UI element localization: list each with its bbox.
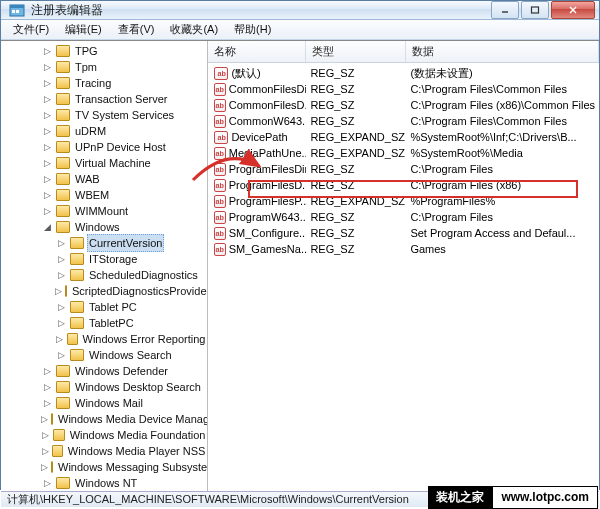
value-row[interactable]: abSM_Configure...REG_SZSet Program Acces… [208,225,599,241]
tree-node-tracing[interactable]: ▷Tracing [1,75,207,91]
col-name[interactable]: 名称 [208,41,306,62]
value-row[interactable]: abCommonW643...REG_SZC:\Program Files\Co… [208,113,599,129]
value-row[interactable]: abProgramW643...REG_SZC:\Program Files [208,209,599,225]
tree-node-tpg[interactable]: ▷TPG [1,43,207,59]
expander-icon[interactable]: ▷ [55,333,64,345]
col-data[interactable]: 数据 [406,41,599,62]
folder-icon [65,285,67,297]
menu-item-2[interactable]: 查看(V) [110,20,163,39]
expander-icon[interactable]: ▷ [55,285,62,297]
tree-node-windows-media-player-nss[interactable]: ▷Windows Media Player NSS [1,443,207,459]
menu-item-1[interactable]: 编辑(E) [57,20,110,39]
tree-node-wbem[interactable]: ▷WBEM [1,187,207,203]
tree-node-wimmount[interactable]: ▷WIMMount [1,203,207,219]
tree-node-tv-system-services[interactable]: ▷TV System Services [1,107,207,123]
value-row[interactable]: abCommonFilesD...REG_SZC:\Program Files … [208,97,599,113]
tree-node-windows-desktop-search[interactable]: ▷Windows Desktop Search [1,379,207,395]
value-data: Set Program Access and Defaul... [406,227,599,239]
expander-icon[interactable]: ◢ [41,221,53,233]
value-row[interactable]: abDevicePathREG_EXPAND_SZ%SystemRoot%\In… [208,129,599,145]
expander-icon[interactable]: ▷ [55,237,67,249]
expander-icon[interactable]: ▷ [41,61,53,73]
value-row[interactable]: abProgramFilesP...REG_EXPAND_SZ%ProgramF… [208,193,599,209]
tree-node-windows[interactable]: ◢Windows [1,219,207,235]
titlebar[interactable]: 注册表编辑器 [1,1,599,20]
expander-icon[interactable]: ▷ [55,269,67,281]
expander-icon[interactable]: ▷ [41,77,53,89]
tree-label: uDRM [73,123,108,139]
expander-icon[interactable]: ▷ [55,317,67,329]
col-type[interactable]: 类型 [306,41,406,62]
tree-node-currentversion[interactable]: ▷CurrentVersion [1,235,207,251]
tree-node-virtual-machine[interactable]: ▷Virtual Machine [1,155,207,171]
expander-icon[interactable]: ▷ [41,381,53,393]
tree-node-windows-messaging-subsystem[interactable]: ▷Windows Messaging Subsystem [1,459,207,475]
folder-icon [56,157,70,169]
tree-node-windows-media-foundation[interactable]: ▷Windows Media Foundation [1,427,207,443]
expander-icon[interactable]: ▷ [41,141,53,153]
expander-icon[interactable]: ▷ [41,205,53,217]
value-row[interactable]: abProgramFilesDirREG_SZC:\Program Files [208,161,599,177]
value-name: ProgramFilesDir [229,163,307,175]
value-name: CommonFilesD... [229,99,307,111]
tree-node-scheduleddiagnostics[interactable]: ▷ScheduledDiagnostics [1,267,207,283]
menu-item-0[interactable]: 文件(F) [5,20,57,39]
value-row[interactable]: abProgramFilesD...REG_SZC:\Program Files… [208,177,599,193]
tree-node-upnp-device-host[interactable]: ▷UPnP Device Host [1,139,207,155]
expander-icon[interactable]: ▷ [41,365,53,377]
expander-icon[interactable]: ▷ [41,93,53,105]
tree-node-windows-media-device-manager[interactable]: ▷Windows Media Device Manager [1,411,207,427]
tree-node-windows-nt[interactable]: ▷Windows NT [1,475,207,491]
expander-icon[interactable]: ▷ [41,461,48,473]
close-button[interactable] [551,1,595,19]
value-data: (数据未设置) [406,66,599,81]
tree-node-windows-search[interactable]: ▷Windows Search [1,347,207,363]
expander-icon[interactable]: ▷ [41,189,53,201]
expander-icon[interactable]: ▷ [41,173,53,185]
registry-tree[interactable]: ▷TPG▷Tpm▷Tracing▷Transaction Server▷TV S… [1,43,207,491]
tree-label: Windows NT [73,475,139,491]
expander-icon[interactable]: ▷ [41,45,53,57]
value-row[interactable]: ab(默认)REG_SZ(数据未设置) [208,65,599,81]
menu-item-4[interactable]: 帮助(H) [226,20,279,39]
value-row[interactable]: abSM_GamesNa...REG_SZGames [208,241,599,257]
value-row[interactable]: abCommonFilesDirREG_SZC:\Program Files\C… [208,81,599,97]
tree-node-windows-mail[interactable]: ▷Windows Mail [1,395,207,411]
value-type: REG_SZ [306,163,406,175]
expander-icon[interactable]: ▷ [41,429,50,441]
expander-icon[interactable]: ▷ [55,301,67,313]
expander-icon[interactable]: ▷ [41,157,53,169]
expander-icon[interactable]: ▷ [55,349,67,361]
tree-node-scripteddiagnosticsprovider[interactable]: ▷ScriptedDiagnosticsProvider [1,283,207,299]
expander-icon[interactable]: ▷ [41,109,53,121]
folder-icon [56,125,70,137]
tree-node-wab[interactable]: ▷WAB [1,171,207,187]
status-path: 计算机\HKEY_LOCAL_MACHINE\SOFTWARE\Microsof… [7,492,409,507]
expander-icon[interactable]: ▷ [41,413,48,425]
value-row[interactable]: abMediaPathUne...REG_EXPAND_SZ%SystemRoo… [208,145,599,161]
expander-icon[interactable]: ▷ [41,397,53,409]
app-icon [9,2,25,18]
value-name-cell: abCommonFilesDir [208,83,306,96]
minimize-button[interactable] [491,1,519,19]
expander-icon[interactable]: ▷ [41,125,53,137]
value-list[interactable]: ab(默认)REG_SZ(数据未设置)abCommonFilesDirREG_S… [208,63,599,491]
tree-node-tabletpc[interactable]: ▷TabletPC [1,315,207,331]
expander-icon[interactable]: ▷ [55,253,67,265]
tree-label: Windows Search [87,347,174,363]
list-pane[interactable]: 名称 类型 数据 ab(默认)REG_SZ(数据未设置)abCommonFile… [208,41,599,491]
string-value-icon: ab [214,131,228,144]
tree-node-transaction-server[interactable]: ▷Transaction Server [1,91,207,107]
tree-node-tpm[interactable]: ▷Tpm [1,59,207,75]
tree-node-windows-defender[interactable]: ▷Windows Defender [1,363,207,379]
expander-icon[interactable]: ▷ [41,477,53,489]
tree-node-tablet-pc[interactable]: ▷Tablet PC [1,299,207,315]
list-header[interactable]: 名称 类型 数据 [208,41,599,63]
menu-item-3[interactable]: 收藏夹(A) [162,20,226,39]
tree-node-udrm[interactable]: ▷uDRM [1,123,207,139]
tree-node-itstorage[interactable]: ▷ITStorage [1,251,207,267]
tree-node-windows-error-reporting[interactable]: ▷Windows Error Reporting [1,331,207,347]
expander-icon[interactable]: ▷ [41,445,49,457]
maximize-button[interactable] [521,1,549,19]
tree-pane[interactable]: ▷TPG▷Tpm▷Tracing▷Transaction Server▷TV S… [1,41,208,491]
